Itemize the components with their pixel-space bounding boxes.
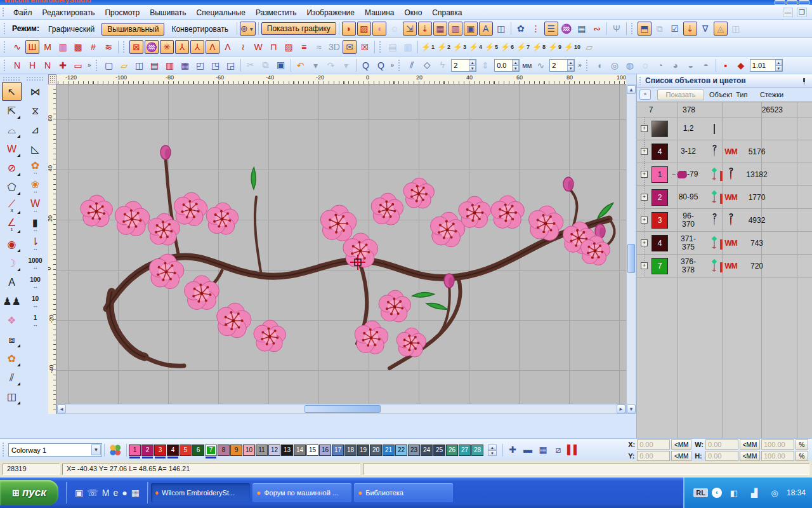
menu-item-1[interactable]: Файл [8,6,37,19]
menu-item-9[interactable]: Окно [399,6,427,19]
node-c-icon[interactable]: ◍ [623,58,637,72]
notes-b-icon[interactable]: ▥ [401,40,415,54]
node-add-icon[interactable]: ◬ [714,22,728,36]
h-mm-button[interactable]: <MM [740,451,760,461]
object-color-swatch[interactable]: 4 [652,235,668,251]
send-to-machine-icon[interactable]: ◳ [209,58,223,72]
collapse-chevron-button[interactable]: » [639,90,651,100]
color-swatch-28[interactable]: 28 [471,444,483,456]
stitch-length-icon[interactable]: ∿ [534,58,547,72]
lettering-tool-tool[interactable]: A [2,272,22,291]
fountain-fill-b-icon[interactable]: ⅄ [190,40,204,54]
toolbar-grip[interactable] [639,76,642,85]
w-field[interactable]: 0.00 [705,439,738,450]
x-field[interactable]: 0.00 [637,439,670,450]
toolbar-overflow-chevron[interactable]: » [389,62,396,69]
pattern-fill-icon[interactable]: ▩ [71,40,85,54]
toolbar-grip[interactable] [631,22,634,35]
node-a-icon[interactable]: ◖ [593,58,606,72]
chevron-down-icon[interactable]: ▼ [91,444,101,455]
y-field[interactable]: 0.00 [637,451,670,461]
show-desktop-icon[interactable]: ▣ [75,488,83,498]
toolbar-grip[interactable] [398,59,401,71]
horizontal-scrollbar[interactable]: ◄ ► [56,404,626,414]
toolbar-grip[interactable] [3,76,21,81]
lettering-icon[interactable]: A [479,22,493,36]
pin-icon[interactable] [801,78,807,84]
update-icon[interactable]: ◎ [766,488,783,498]
menu-item-6[interactable]: Разместить [251,6,302,19]
toolbar-grip[interactable] [26,76,44,81]
thread-knot-icon[interactable]: ∾ [590,22,604,36]
start-button[interactable]: ⊞ пуск [0,480,58,505]
buddy-tool-tool[interactable]: ♟♟ [2,291,22,311]
undo-caret-icon[interactable]: ▾ [309,58,323,72]
branch-tool-icon[interactable]: Ψ [610,22,624,36]
recall-9-icon[interactable]: ⚡9 [547,40,562,54]
colorway-select[interactable]: Colorway 1 ▼ [8,443,102,457]
toolbar-grip[interactable] [3,59,6,71]
contour-fill-icon[interactable]: ≋ [102,40,115,54]
cross-fill-icon[interactable]: # [86,40,100,54]
column-header-stitches[interactable]: Стежки [760,91,783,98]
travel-100-tool[interactable]: 100↔ [25,272,45,291]
elastic-lettering-a-tool[interactable]: ✿↔ [25,158,45,177]
show-graphics-button[interactable]: Показать графику [261,22,336,35]
color-swatch-23[interactable]: 23 [408,444,420,456]
w-mm-button[interactable]: <MM [740,439,760,450]
cut-object-tool[interactable]: ⊘ [2,158,22,177]
offset-tool-tool[interactable]: ⧈ [2,330,22,349]
hide-tray-icons-button[interactable]: ‹ [712,488,722,498]
notes-a-icon[interactable]: ▤ [386,40,400,54]
write-to-card-icon[interactable]: ◲ [224,58,238,72]
color-swatch-10[interactable]: 10 [243,444,255,456]
recall-10-icon[interactable]: ⚡10 [563,40,581,54]
toolbar-grip[interactable] [3,22,6,35]
print-preview-icon[interactable]: ◰ [193,58,207,72]
color-swatch-21[interactable]: 21 [383,444,395,456]
toolbar-overflow-chevron[interactable]: » [86,62,93,69]
task-button-1[interactable]: ♦Wilcom EmbroiderySt... [151,483,250,502]
ring-tool-tool[interactable]: ☽ [2,253,22,272]
node-f-icon[interactable]: ◕ [669,58,683,72]
column-header-object[interactable]: Объект [709,91,732,98]
network-icon[interactable]: ◧ [726,488,742,498]
zoom-box-icon[interactable]: ▭ [71,58,85,72]
save-file-icon[interactable]: ◫ [133,58,147,72]
monogram-tool-tool[interactable]: ❖ [2,311,22,330]
penetration-points-icon[interactable]: ⇲ [403,22,417,36]
object-row[interactable]: +43-12WM5176 [637,140,812,163]
object-color-swatch[interactable]: 4 [652,144,668,160]
node-d-icon[interactable]: ◌ [638,58,652,72]
color-swatch-27[interactable]: 27 [459,444,471,456]
toolbar-grip[interactable] [122,41,126,53]
object-row[interactable]: +1,2 [637,117,812,140]
doc-minimize-button[interactable]: — [783,8,793,17]
color-swatch-16[interactable]: 16 [319,444,331,456]
object-color-swatch[interactable]: 2 [652,189,668,206]
menu-item-5[interactable]: Специальные [192,6,251,19]
mirror-vertical-tool[interactable]: ⧖ [25,101,45,120]
color-swatch-9[interactable]: 9 [230,444,242,456]
node-g-icon[interactable]: ◒ [684,58,698,72]
auto-fit-icon[interactable]: ⬒ [638,22,652,36]
color-swatch-7[interactable]: 7 [205,444,217,456]
zigzag-stitch-icon[interactable]: M [41,40,55,54]
design-overview-icon[interactable]: ✿ [514,22,528,36]
grid-icon[interactable]: ▦ [433,22,447,36]
color-swatch-4[interactable]: 4 [167,444,179,456]
color-swatch-14[interactable]: 14 [294,444,306,456]
skew-vertical-tool[interactable]: ◺ [25,139,45,158]
paste-icon[interactable]: ▣ [274,58,288,72]
satin-stitch-icon[interactable]: Ш [25,40,39,54]
task-button-2[interactable]: ●Форум по машинной ... [252,483,351,502]
messenger-icon[interactable]: ☏ [87,488,98,498]
mode-button[interactable]: Графический [43,23,100,36]
insert-design-icon[interactable]: ▤ [148,58,162,72]
scroll-up-button[interactable]: ▲ [627,85,636,94]
zoom-out-icon[interactable]: Q [374,58,388,72]
recall-1-icon[interactable]: ⚡1 [421,40,435,54]
reshape-object-tool[interactable]: ⇱ [2,101,22,120]
recall-2-icon[interactable]: ⚡2 [436,40,451,54]
node-h-icon[interactable]: ◓ [699,58,713,72]
